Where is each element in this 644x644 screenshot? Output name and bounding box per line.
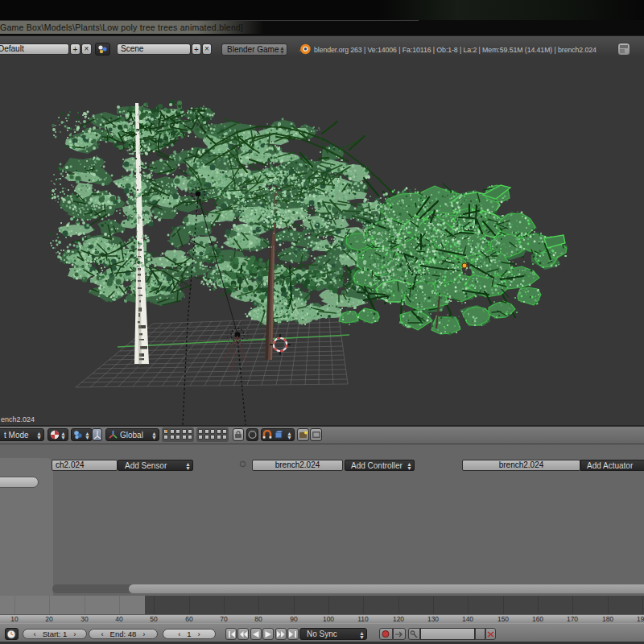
svg-text:ench2.024: ench2.024	[1, 415, 35, 423]
